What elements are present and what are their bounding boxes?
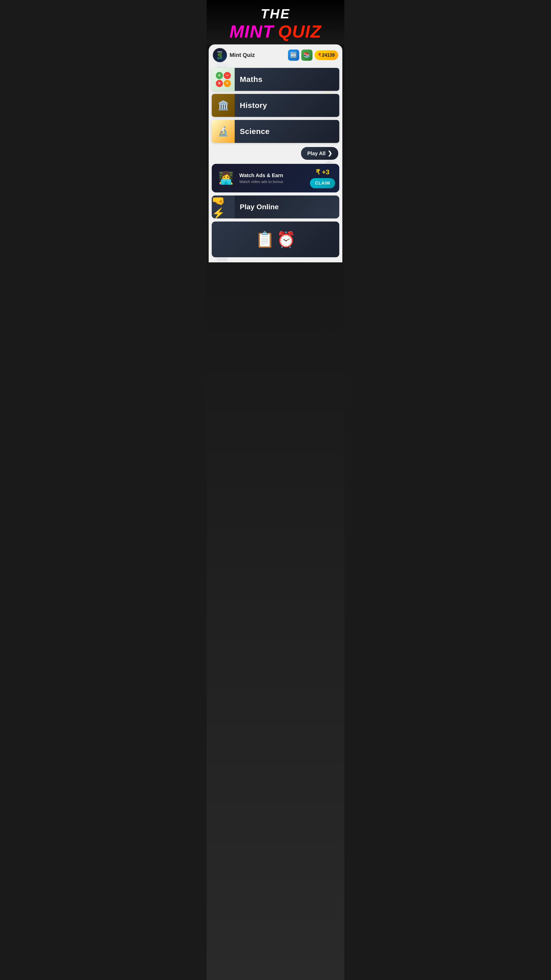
- claim-button[interactable]: CLAIM: [310, 178, 335, 188]
- app-topbar: MINT 🌿 QUIZ Mint Quiz 🔤 📚 ₹ 24139: [209, 45, 342, 66]
- ads-illustration: 👩‍💻: [216, 168, 236, 188]
- maths-thumbnail: + − × ÷: [212, 68, 235, 91]
- topbar-actions: 🔤 📚 ₹ 24139: [288, 49, 338, 61]
- divide-icon: ÷: [224, 80, 231, 87]
- brand-quiz: QUIZ: [278, 22, 321, 41]
- store-icon: 📚: [303, 52, 310, 59]
- reward-amount: ₹ +3: [316, 168, 330, 176]
- translate-icon: 🔤: [290, 52, 297, 59]
- category-item-maths[interactable]: + − × ÷ Maths: [212, 68, 339, 91]
- ads-subtitle: Watch video ads to bonus: [239, 180, 307, 184]
- science-label: Science: [240, 127, 270, 136]
- history-thumb-icon: 🏛️: [218, 100, 229, 111]
- exam-icon: 📋: [256, 231, 275, 248]
- play-online-thumbnail: 🤜⚡: [212, 196, 235, 218]
- timer-icon: ⏰: [276, 231, 295, 248]
- ads-reward-claim: ₹ +3 CLAIM: [310, 168, 335, 188]
- ads-card: 👩‍💻 Watch Ads & Earn Watch video ads to …: [212, 164, 339, 192]
- coins-amount: 24139: [322, 52, 335, 58]
- maths-label: Maths: [240, 75, 262, 84]
- maths-label-container: Maths: [235, 68, 339, 91]
- coins-badge[interactable]: ₹ 24139: [314, 50, 338, 60]
- reward-plus-value: +3: [322, 168, 330, 176]
- history-thumbnail: 🏛️: [212, 94, 235, 117]
- play-all-container: Play All ❯: [209, 145, 342, 162]
- minus-icon: −: [224, 72, 231, 79]
- ads-person-icon: 👩‍💻: [218, 171, 233, 185]
- play-all-label: Play All: [307, 151, 326, 156]
- science-thumbnail: 🔬: [212, 120, 235, 143]
- play-online-card[interactable]: 🤜⚡ Play Online: [212, 196, 339, 218]
- history-label: History: [240, 101, 267, 110]
- logo-quiz-text: QUIZ: [218, 57, 222, 59]
- play-online-label: Play Online: [235, 203, 284, 211]
- play-all-button[interactable]: Play All ❯: [301, 147, 338, 160]
- rupee-icon: ₹: [318, 52, 321, 58]
- outer-container: THE MINT QUIZ 🏛️ 💡 📺 🎓 📖 ⌨️ 📹 MINT 🌿 QUI…: [206, 0, 345, 980]
- bottom-card-icons: 📋 ⏰: [256, 231, 295, 248]
- multiply-icon: ×: [216, 80, 223, 87]
- app-title: Mint Quiz: [230, 52, 286, 59]
- science-label-container: Science: [235, 120, 339, 143]
- category-item-history[interactable]: 🏛️ History: [212, 94, 339, 117]
- translate-button[interactable]: 🔤: [288, 49, 299, 61]
- plus-icon: +: [216, 72, 223, 79]
- category-item-science[interactable]: 🔬 Science: [212, 120, 339, 143]
- logo-inner: MINT 🌿 QUIZ: [218, 51, 222, 59]
- math-ops-grid: + − × ÷: [214, 70, 233, 89]
- bottom-partial-card[interactable]: 📋 ⏰: [212, 221, 339, 257]
- play-all-arrow-icon: ❯: [327, 150, 332, 157]
- brand-header: THE MINT QUIZ: [206, 0, 345, 45]
- play-online-icon: 🤜⚡: [212, 196, 235, 218]
- reward-rupee-icon: ₹: [316, 168, 320, 176]
- history-label-container: History: [235, 94, 339, 117]
- category-list: + − × ÷ Maths 🏛️ History: [209, 66, 342, 145]
- store-button[interactable]: 📚: [301, 49, 313, 61]
- science-thumb-icon: 🔬: [218, 126, 229, 137]
- brand-tagline: MINT QUIZ: [212, 21, 339, 41]
- ads-content: Watch Ads & Earn Watch video ads to bonu…: [239, 172, 307, 184]
- brand-mint: MINT: [229, 22, 274, 41]
- ads-title: Watch Ads & Earn: [239, 172, 307, 178]
- brand-the: THE: [212, 6, 339, 21]
- app-card: 🏛️ 💡 📺 🎓 📖 ⌨️ 📹 MINT 🌿 QUIZ Mint Quiz 🔤: [209, 45, 342, 262]
- app-logo: MINT 🌿 QUIZ: [213, 48, 227, 62]
